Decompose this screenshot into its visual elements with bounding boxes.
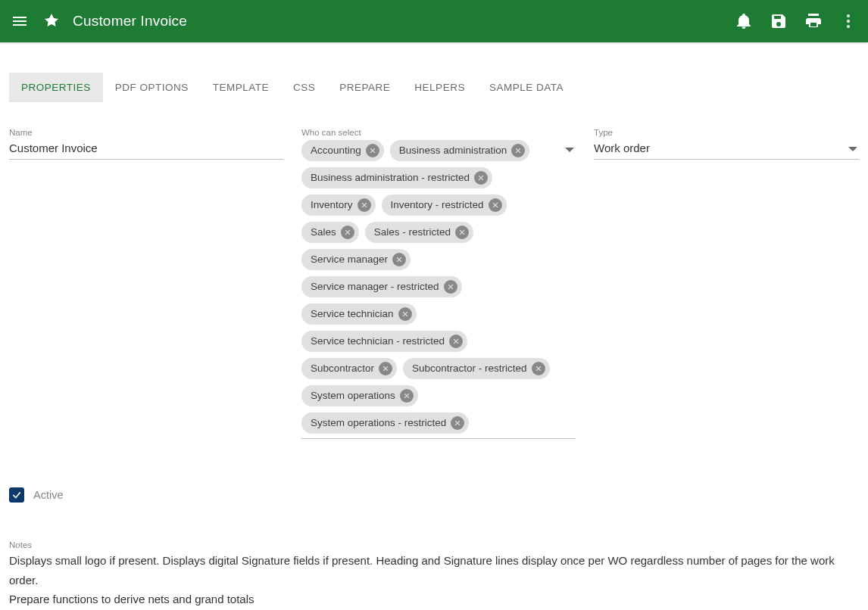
app-logo-button[interactable]	[41, 11, 62, 32]
check-icon	[11, 490, 22, 500]
role-chip: Subcontractor	[301, 358, 397, 379]
tab-pdf-options[interactable]: PDF OPTIONS	[103, 73, 201, 102]
close-icon	[403, 392, 411, 400]
svg-point-1	[847, 20, 850, 23]
print-button[interactable]	[803, 11, 824, 32]
chip-label: Subcontractor	[311, 363, 374, 374]
chip-label: Sales - restricted	[374, 227, 451, 238]
svg-point-0	[847, 14, 850, 17]
chip-label: System operations - restricted	[311, 418, 446, 428]
close-icon	[361, 201, 368, 209]
print-icon	[804, 12, 823, 30]
notes-label: Notes	[9, 540, 859, 549]
type-value: Work order	[594, 142, 650, 154]
close-icon	[344, 229, 351, 236]
chip-remove-button[interactable]	[366, 144, 379, 157]
chip-label: Service manager - restricted	[311, 282, 439, 292]
role-chip: Sales - restricted	[365, 222, 473, 243]
active-checkbox[interactable]	[9, 487, 24, 503]
active-label: Active	[33, 489, 64, 501]
type-select[interactable]: Work order	[594, 138, 859, 160]
tab-template[interactable]: TEMPLATE	[201, 73, 281, 102]
role-chip: Business administration - restricted	[301, 167, 492, 188]
chip-remove-button[interactable]	[455, 226, 469, 239]
chip-remove-button[interactable]	[341, 226, 354, 239]
tab-helpers[interactable]: HELPERS	[402, 73, 477, 102]
save-icon	[770, 12, 788, 30]
chip-remove-button[interactable]	[511, 144, 525, 157]
close-icon	[492, 201, 499, 209]
chip-label: Service technician	[311, 309, 394, 319]
tab-prepare[interactable]: PREPARE	[327, 73, 402, 102]
chip-label: Business administration	[399, 145, 507, 156]
chip-label: Inventory - restricted	[391, 200, 484, 210]
chip-remove-button[interactable]	[451, 416, 464, 430]
chip-remove-button[interactable]	[474, 171, 488, 185]
chip-label: Sales	[311, 227, 336, 238]
role-chip: System operations - restricted	[301, 412, 469, 434]
notes-textarea[interactable]: Displays small logo if present. Displays…	[9, 551, 859, 610]
tab-properties[interactable]: PROPERTIES	[9, 73, 103, 102]
close-icon	[395, 256, 403, 263]
role-chip: Inventory - restricted	[382, 195, 507, 216]
role-chip: Business administration	[390, 140, 530, 161]
role-chip: Subcontractor - restricted	[403, 358, 550, 379]
more-button[interactable]	[838, 11, 859, 32]
page-title: Customer Invoice	[73, 13, 187, 30]
chip-remove-button[interactable]	[392, 253, 406, 266]
who-can-select-label: Who can select	[301, 128, 576, 137]
chip-remove-button[interactable]	[489, 198, 502, 212]
top-bar: Customer Invoice	[0, 0, 868, 42]
chip-remove-button[interactable]	[379, 362, 392, 375]
close-icon	[514, 147, 522, 154]
role-chip: System operations	[301, 385, 418, 406]
chip-remove-button[interactable]	[444, 280, 457, 294]
svg-point-2	[847, 25, 850, 28]
chip-remove-button[interactable]	[358, 198, 371, 212]
chip-label: Service manager	[311, 254, 388, 265]
hamburger-icon	[11, 12, 29, 30]
role-chip: Service technician - restricted	[301, 331, 467, 352]
close-icon	[458, 229, 466, 236]
tab-sample-data[interactable]: SAMPLE DATA	[477, 73, 576, 102]
close-icon	[477, 174, 485, 182]
chip-label: Subcontractor - restricted	[412, 363, 527, 374]
chevron-down-icon	[848, 147, 857, 151]
who-can-select-field[interactable]: AccountingBusiness administrationBusines…	[301, 138, 576, 439]
chip-label: Accounting	[311, 145, 361, 156]
role-chip: Service manager	[301, 249, 411, 270]
close-icon	[369, 147, 376, 154]
chip-remove-button[interactable]	[400, 389, 414, 403]
close-icon	[452, 338, 460, 345]
role-chip: Sales	[301, 222, 359, 243]
chip-label: Service technician - restricted	[311, 336, 445, 347]
chip-label: Business administration - restricted	[311, 173, 470, 183]
app-logo-icon	[42, 12, 61, 30]
bell-icon	[735, 12, 753, 30]
more-vertical-icon	[839, 12, 857, 30]
tab-bar: PROPERTIESPDF OPTIONSTEMPLATECSSPREPAREH…	[9, 73, 859, 102]
chip-remove-button[interactable]	[398, 307, 412, 321]
close-icon	[535, 365, 542, 372]
tab-css[interactable]: CSS	[281, 73, 327, 102]
chip-remove-button[interactable]	[532, 362, 545, 375]
role-chip: Service manager - restricted	[301, 276, 462, 297]
chip-label: Inventory	[311, 200, 353, 210]
close-icon	[401, 310, 409, 318]
role-chip: Service technician	[301, 303, 417, 325]
name-input[interactable]	[9, 138, 283, 160]
role-chip: Accounting	[301, 140, 384, 161]
close-icon	[447, 283, 454, 291]
chip-label: System operations	[311, 391, 395, 401]
role-chip: Inventory	[301, 195, 376, 216]
notifications-button[interactable]	[733, 11, 754, 32]
chevron-down-icon	[565, 148, 574, 152]
chip-remove-button[interactable]	[449, 335, 463, 348]
menu-button[interactable]	[9, 11, 30, 32]
close-icon	[454, 419, 461, 427]
save-button[interactable]	[768, 11, 789, 32]
type-label: Type	[594, 128, 859, 137]
close-icon	[382, 365, 389, 372]
name-label: Name	[9, 128, 283, 137]
